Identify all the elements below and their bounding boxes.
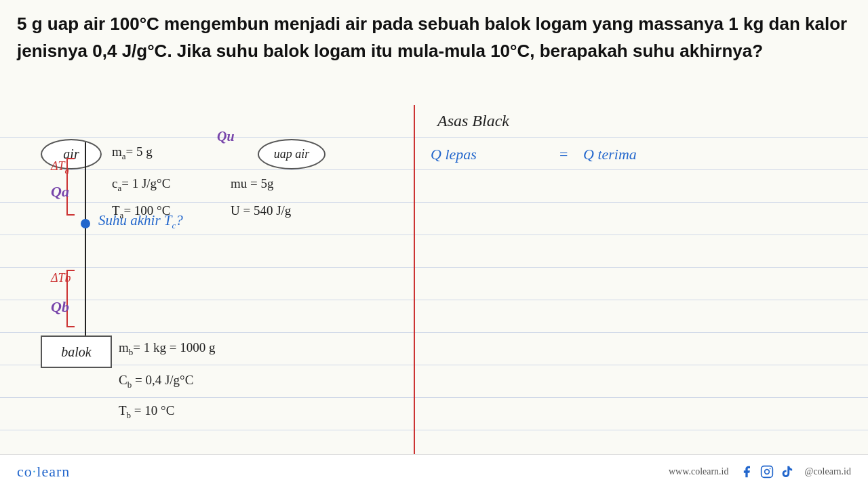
instagram-icon — [760, 464, 774, 479]
question-text: 5 g uap air 100°C mengembun menjadi air … — [17, 10, 851, 65]
footer-right: www.colearn.id — [669, 464, 851, 479]
blue-dot — [81, 219, 90, 228]
mu-label: mu = 5g — [231, 176, 274, 191]
footer-icons — [739, 464, 795, 479]
tiktok-icon — [780, 464, 795, 479]
svg-point-1 — [764, 469, 769, 474]
vertical-line — [85, 142, 86, 346]
qa-label: Qa — [51, 183, 69, 201]
asas-black-title: Asas Black — [437, 112, 509, 130]
q-lepas-label: Q lepas — [431, 146, 477, 163]
svg-point-2 — [769, 468, 770, 469]
qb-label: Qb — [51, 298, 69, 316]
question-body: 5 g uap air 100°C mengembun menjadi air … — [17, 14, 847, 61]
facebook-icon — [739, 464, 754, 479]
ma-label: ma= 5 g — [112, 144, 153, 162]
svg-rect-0 — [761, 466, 772, 477]
bracket-ta-bottom — [66, 214, 75, 216]
tb-label: Tb = 10 °C — [119, 403, 174, 421]
footer-website: www.colearn.id — [669, 466, 729, 477]
page: 5 g uap air 100°C mengembun menjadi air … — [0, 0, 868, 488]
bracket-tb-bottom — [66, 326, 75, 327]
main-content: 5 g uap air 100°C mengembun menjadi air … — [0, 0, 868, 488]
u-label: U = 540 J/g — [231, 203, 291, 218]
balok-box: balok — [41, 336, 112, 368]
suhu-akhir-label: Suhu akhir Tc? — [98, 212, 183, 231]
delta-tb-label: ΔTb — [51, 271, 71, 285]
cb-label: Cb = 0,4 J/g°C — [119, 373, 193, 390]
footer: co·learn www.colearn.id — [0, 454, 868, 488]
mb-label: mb= 1 kg = 1000 g — [119, 340, 215, 358]
ca-label: ca= 1 J/g°C — [112, 176, 170, 194]
left-diagram: air uap air ma= 5 g Qu ca= 1 J/g°C mu = … — [0, 105, 414, 464]
equals-sign: = — [559, 146, 568, 163]
footer-social-handle: @colearn.id — [805, 466, 851, 477]
oval-air: air — [41, 139, 102, 169]
qu-label: Qu — [217, 129, 235, 144]
delta-ta-label: ΔTa — [51, 159, 69, 176]
footer-logo: co·learn — [17, 463, 70, 481]
q-terima-label: Q terima — [583, 146, 637, 163]
oval-uap-air: uap air — [258, 139, 326, 169]
right-area: Asas Black Q lepas = Q terima — [417, 105, 858, 464]
